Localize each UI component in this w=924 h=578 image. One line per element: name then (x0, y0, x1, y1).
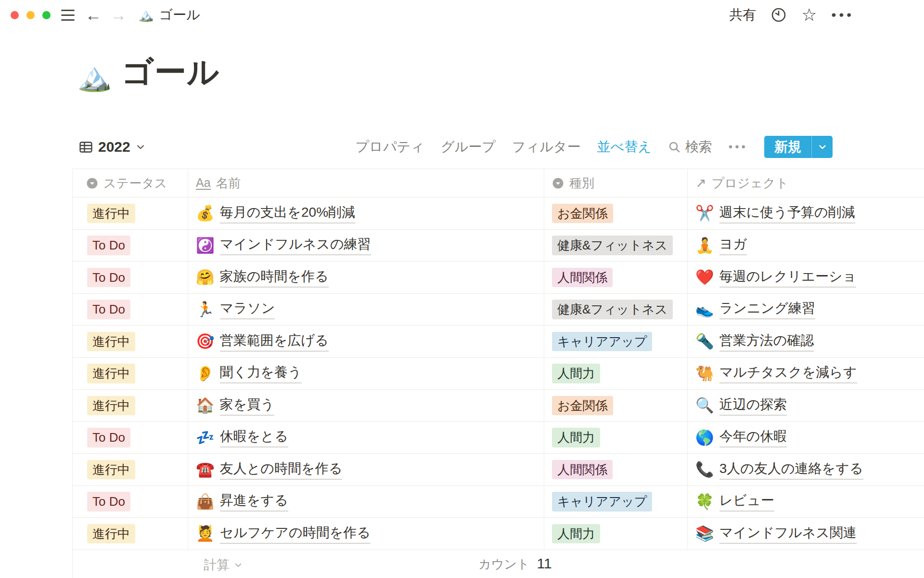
project-cell[interactable]: 📞 3人の友人の連絡をする (688, 454, 924, 486)
properties-button[interactable]: プロパティ (356, 138, 424, 156)
back-button[interactable]: ← (85, 7, 102, 23)
page-link[interactable]: マラソン (220, 299, 275, 319)
status-cell[interactable]: 進行中 (73, 197, 188, 229)
name-cell[interactable]: 🏃 マラソン (188, 294, 544, 326)
name-cell[interactable]: 💤 休暇をとる (188, 422, 544, 454)
table-row[interactable]: To Do 👜 昇進をする キャリアアップ 🍀 レビュー (73, 486, 924, 518)
project-link[interactable]: マルチタスクを減らす (719, 363, 857, 383)
status-cell[interactable]: 進行中 (73, 326, 188, 357)
status-cell[interactable]: 進行中 (73, 390, 188, 421)
project-link[interactable]: 3人の友人の連絡をする (719, 460, 863, 480)
type-cell[interactable]: 人間関係 (544, 454, 688, 486)
column-header-name[interactable]: Aa 名前 (188, 169, 544, 197)
page-title[interactable]: ゴール (121, 54, 219, 91)
project-link[interactable]: レビュー (719, 491, 774, 512)
page-link[interactable]: 休暇をとる (220, 427, 288, 447)
project-link[interactable]: 営業方法の確認 (719, 331, 814, 352)
project-cell[interactable]: ❤️ 毎週のレクリエーショ (688, 262, 924, 293)
calculate-button[interactable]: 計算 (204, 556, 243, 574)
updates-clock-icon[interactable] (770, 7, 787, 23)
status-cell[interactable]: To Do (73, 294, 188, 326)
page-link[interactable]: 家族の時間を作る (220, 267, 329, 288)
status-cell[interactable]: 進行中 (73, 518, 188, 550)
page-link[interactable]: 毎月の支出を20%削減 (220, 203, 355, 223)
sort-button[interactable]: 並べ替え (597, 138, 651, 156)
column-header-type[interactable]: 種別 (544, 169, 688, 197)
breadcrumb[interactable]: 🏔️ ゴール (138, 6, 200, 24)
status-cell[interactable]: 進行中 (73, 358, 188, 390)
new-button[interactable]: 新規 (764, 136, 833, 158)
page-link[interactable]: マインドフルネスの練習 (220, 235, 371, 255)
project-cell[interactable]: 🧘 ヨガ (688, 230, 924, 262)
search-button[interactable]: 検索 (668, 138, 712, 156)
page-link[interactable]: 営業範囲を広げる (220, 331, 329, 352)
type-cell[interactable]: お金関係 (544, 197, 688, 229)
new-button-dropdown[interactable] (811, 136, 833, 158)
table-row[interactable]: 進行中 ☎️ 友人との時間を作る 人間関係 📞 3人の友人の連絡をする (73, 454, 924, 486)
page-icon[interactable]: 🏔️ (77, 63, 112, 91)
name-cell[interactable]: 🏠 家を買う (188, 390, 544, 421)
view-more-icon[interactable]: ••• (729, 140, 748, 154)
name-cell[interactable]: ☎️ 友人との時間を作る (188, 454, 544, 486)
project-link[interactable]: 週末に使う予算の削減 (719, 203, 855, 223)
name-cell[interactable]: 👂 聞く力を養う (188, 358, 544, 390)
type-cell[interactable]: 健康&フィットネス (544, 294, 688, 326)
project-cell[interactable]: ✂️ 週末に使う予算の削減 (688, 197, 924, 229)
project-link[interactable]: 近辺の探索 (719, 395, 787, 416)
project-cell[interactable]: 🐫 マルチタスクを減らす (688, 358, 924, 390)
close-window-button[interactable] (11, 11, 19, 19)
column-header-status[interactable]: ステータス (73, 169, 188, 197)
project-cell[interactable]: 🔍 近辺の探索 (688, 390, 924, 421)
project-link[interactable]: 今年の休暇 (719, 427, 787, 447)
status-cell[interactable]: To Do (73, 230, 188, 262)
table-row[interactable]: 進行中 🏠 家を買う お金関係 🔍 近辺の探索 (73, 390, 924, 422)
sidebar-toggle-button[interactable] (61, 10, 75, 21)
name-cell[interactable]: 🎯 営業範囲を広げる (188, 326, 544, 357)
project-link[interactable]: マインドフルネス関連 (719, 524, 857, 544)
project-link[interactable]: 毎週のレクリエーショ (719, 267, 857, 288)
status-cell[interactable]: To Do (73, 262, 188, 293)
table-row[interactable]: To Do 🏃 マラソン 健康&フィットネス 👟 ランニング練習 (73, 294, 924, 326)
minimize-window-button[interactable] (26, 11, 35, 19)
type-cell[interactable]: キャリアアップ (544, 486, 688, 518)
name-cell[interactable]: 🤗 家族の時間を作る (188, 262, 544, 293)
table-row[interactable]: 進行中 💆 セルフケアの時間を作る 人間力 📚 マインドフルネス関連 (73, 518, 924, 550)
count-aggregate[interactable]: カウント 11 (478, 555, 552, 573)
name-cell[interactable]: 💰 毎月の支出を20%削減 (188, 197, 544, 229)
share-button[interactable]: 共有 (729, 6, 756, 24)
zoom-window-button[interactable] (42, 11, 51, 19)
name-cell[interactable]: ☯️ マインドフルネスの練習 (188, 230, 544, 262)
table-row[interactable]: To Do ☯️ マインドフルネスの練習 健康&フィットネス 🧘 ヨガ (73, 230, 924, 262)
project-cell[interactable]: 🔦 営業方法の確認 (688, 326, 924, 357)
new-button-label[interactable]: 新規 (764, 136, 811, 158)
table-row[interactable]: 進行中 💰 毎月の支出を20%削減 お金関係 ✂️ 週末に使う予算の削減 (73, 197, 924, 230)
column-header-project[interactable]: ↗ プロジェクト (688, 169, 924, 197)
status-cell[interactable]: 進行中 (73, 454, 188, 486)
table-row[interactable]: 進行中 👂 聞く力を養う 人間力 🐫 マルチタスクを減らす (73, 358, 924, 390)
project-cell[interactable]: 👟 ランニング練習 (688, 294, 924, 326)
type-cell[interactable]: 人間力 (544, 358, 688, 390)
page-link[interactable]: 家を買う (220, 395, 274, 416)
page-link[interactable]: 聞く力を養う (220, 363, 302, 383)
project-cell[interactable]: 🌎 今年の休暇 (688, 422, 924, 454)
project-link[interactable]: ランニング練習 (719, 299, 815, 319)
forward-button[interactable]: → (110, 7, 127, 23)
filter-button[interactable]: フィルター (512, 138, 581, 156)
table-row[interactable]: 進行中 🎯 営業範囲を広げる キャリアアップ 🔦 営業方法の確認 (73, 326, 924, 358)
status-cell[interactable]: To Do (73, 422, 188, 454)
favorite-star-icon[interactable]: ☆ (801, 6, 817, 24)
view-selector[interactable]: 2022 (72, 139, 152, 155)
project-cell[interactable]: 🍀 レビュー (688, 486, 924, 518)
group-button[interactable]: グループ (441, 138, 496, 156)
type-cell[interactable]: お金関係 (544, 390, 688, 421)
type-cell[interactable]: 人間力 (544, 422, 688, 454)
page-link[interactable]: 昇進をする (220, 491, 288, 512)
type-cell[interactable]: キャリアアップ (544, 326, 688, 357)
project-link[interactable]: ヨガ (719, 235, 747, 255)
page-title-block[interactable]: 🏔️ ゴール (77, 54, 219, 91)
page-link[interactable]: セルフケアの時間を作る (220, 524, 371, 544)
more-options-icon[interactable]: ••• (832, 8, 854, 22)
name-cell[interactable]: 👜 昇進をする (188, 486, 544, 518)
type-cell[interactable]: 人間力 (544, 518, 688, 550)
table-row[interactable]: To Do 🤗 家族の時間を作る 人間関係 ❤️ 毎週のレクリエーショ (73, 262, 924, 294)
